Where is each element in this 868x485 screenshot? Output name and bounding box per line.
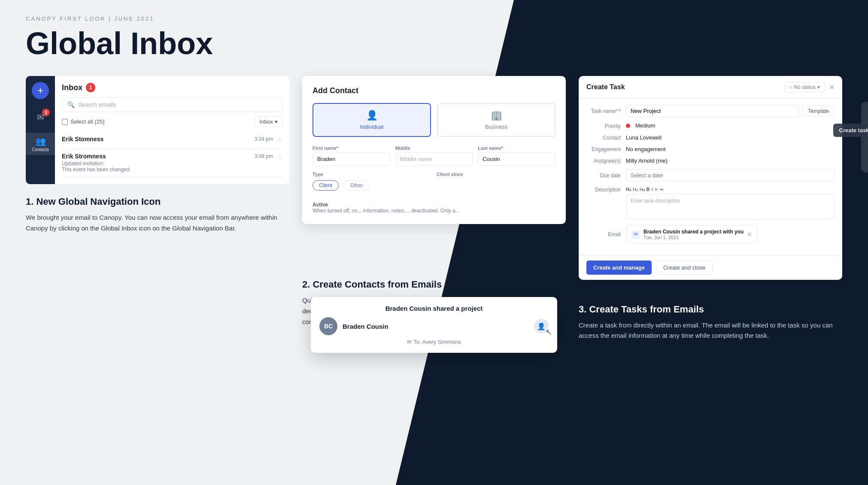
chevron-down-icon: ▾: [817, 84, 820, 90]
bold-btn[interactable]: B: [646, 187, 650, 192]
select-all-checkbox[interactable]: [62, 119, 68, 125]
type-label: Type: [313, 172, 431, 177]
desc-toolbar: H₁ H₂ H₃ B I ≡ ≔: [626, 187, 835, 192]
nav-contacts-item[interactable]: 👥 Contacts: [26, 133, 55, 155]
feature-2-heading: 2. Create Contacts from Emails: [302, 279, 566, 290]
create-and-close-button[interactable]: Create and close: [656, 261, 713, 275]
feature-3-desc: 3. Create Tasks from Emails Create a tas…: [579, 292, 842, 342]
inbox-toolbar: Select all (25) Inbox ▾: [62, 116, 282, 127]
inbox-mock: + 3 ✉ 👥 Contacts Inbox 1: [26, 76, 289, 184]
active-label: Active: [313, 202, 328, 208]
page-subtitle: CANOPY FIRST LOOK | JUNE 2021: [26, 15, 842, 22]
contact-row: Contact Luna Lovewell: [586, 134, 835, 141]
nav-inbox-item[interactable]: 3 ✉: [26, 106, 55, 128]
first-name-input[interactable]: Braden: [313, 152, 390, 166]
feature-3-text: Create a task from directly within an em…: [579, 320, 842, 342]
priority-label: Priority: [586, 123, 621, 129]
feature-3-col: Create Task ○ No status ▾ ✕ Task nam: [579, 76, 842, 341]
create-task-tooltip: Create task: [833, 124, 868, 137]
feature-1-text: We brought your email to Canopy. You can…: [26, 212, 289, 234]
assignees-value: Milly Arnold (me): [626, 158, 835, 164]
filter-label: Inbox: [259, 118, 273, 125]
name-form-row: First name* Braden Middle Middle name La…: [313, 146, 555, 166]
notif-avatar: BC: [319, 317, 337, 335]
client-since-field: Client since: [437, 172, 555, 196]
business-icon: 🏢: [491, 110, 502, 121]
list-btn[interactable]: ≡: [655, 187, 657, 192]
inbox-email-item-2[interactable]: Erik Stromness 3:09 pm Updated invitatio…: [62, 149, 282, 177]
status-label: No status: [794, 84, 816, 90]
envelope-small-icon: ✉: [407, 339, 412, 345]
inbox-panel: Inbox 1 🔍 Search emails Select all (25): [55, 76, 289, 184]
client-tag[interactable]: Client: [313, 180, 339, 191]
contact-type-business[interactable]: 🏢 Business: [437, 103, 555, 137]
email-2-time: 3:09 pm: [255, 153, 273, 159]
add-contact-icon: 👤: [537, 322, 546, 330]
middle-label: Middle: [395, 146, 473, 151]
contact-type-row: 👤 Individual 🏢 Business: [313, 103, 555, 137]
template-button[interactable]: Template: [802, 106, 835, 117]
description-textarea[interactable]: Enter task description: [626, 194, 835, 220]
middle-input[interactable]: Middle name: [395, 152, 473, 166]
add-contact-title: Add Contact: [313, 86, 555, 95]
last-name-label: Last name*: [478, 146, 555, 151]
inbox-email-item-1[interactable]: Erik Stomness 3:24 pm ☆: [62, 131, 282, 149]
email-2-name: Erik Stromness: [62, 153, 255, 160]
last-name-input[interactable]: Cousin: [478, 152, 555, 166]
middle-name-field: Middle Middle name: [395, 146, 473, 166]
ordered-list-btn[interactable]: ≔: [659, 187, 664, 192]
priority-text: Medium: [635, 122, 655, 129]
status-dropdown[interactable]: ○ No status ▾: [784, 82, 825, 92]
search-icon: 🔍: [67, 101, 75, 108]
task-footer: Create and manage Create and close: [579, 255, 842, 280]
floating-action-panel: ✓ Create task ↖ ☆ 🗑 ⋮: [861, 102, 868, 173]
nav-plus-button[interactable]: +: [32, 82, 49, 99]
email-1-star[interactable]: ☆: [276, 136, 282, 144]
description-row: Description H₁ H₂ H₃ B I ≡ ≔: [586, 187, 835, 220]
engagement-value: No engagement: [626, 146, 835, 152]
type-field: Type Client Other: [313, 172, 431, 191]
active-row: Active When turned off, co... informatio…: [313, 202, 555, 214]
task-name-input[interactable]: [626, 105, 799, 117]
engagement-label: Engagement: [586, 146, 621, 152]
h2-btn[interactable]: H₂: [633, 187, 638, 192]
close-button[interactable]: ✕: [829, 83, 835, 91]
type-client-since-row: Type Client Other Client since: [313, 172, 555, 196]
priority-value: Medium: [626, 122, 835, 129]
email-icon: ✉: [631, 230, 640, 239]
task-modal-controls: ○ No status ▾ ✕: [784, 82, 835, 92]
priority-dot: [626, 124, 630, 128]
more-action-icon[interactable]: ⋮: [866, 156, 868, 167]
cursor-icon: ↖: [546, 327, 552, 337]
notif-add-contact-btn[interactable]: 👤 ↖: [534, 319, 549, 333]
h1-btn[interactable]: H₁: [626, 187, 631, 192]
individual-label: Individual: [360, 124, 384, 130]
email-attach-text: Braden Cousin shared a project with you …: [643, 229, 744, 240]
email-1-time: 3:24 pm: [255, 136, 273, 142]
select-all-row[interactable]: Select all (25): [62, 118, 104, 125]
task-form: Task name* Template Priority Medium: [579, 99, 842, 255]
create-and-manage-button[interactable]: Create and manage: [586, 261, 652, 275]
select-all-label: Select all (25): [70, 118, 104, 125]
feature-1-col: + 3 ✉ 👥 Contacts Inbox 1: [26, 76, 289, 234]
h3-btn[interactable]: H₃: [640, 187, 645, 192]
other-tag[interactable]: Other: [344, 180, 370, 191]
contact-type-individual[interactable]: 👤 Individual: [313, 103, 431, 137]
inbox-search-bar[interactable]: 🔍 Search emails: [62, 97, 282, 112]
inbox-filter-dropdown[interactable]: Inbox ▾: [255, 116, 282, 127]
notif-person-name: Braden Cousin: [343, 323, 534, 330]
remove-email-button[interactable]: ✕: [747, 231, 752, 238]
task-modal-header: Create Task ○ No status ▾ ✕: [579, 76, 842, 99]
description-label: Description: [586, 187, 621, 193]
notif-title: Braden Cousin shared a project: [319, 305, 549, 312]
email-2-star[interactable]: ☆: [276, 153, 282, 161]
create-task-mock: Create Task ○ No status ▾ ✕ Task nam: [579, 76, 842, 280]
email-1-name: Erik Stomness: [62, 136, 255, 142]
italic-btn[interactable]: I: [652, 187, 653, 192]
contact-value: Luna Lovewell: [626, 134, 835, 141]
feature-1-desc: 1. New Global Navigation Icon We brought…: [26, 184, 289, 234]
priority-row: Priority Medium: [586, 122, 835, 129]
notif-body: BC Braden Cousin 👤 ↖: [319, 317, 549, 335]
due-date-input[interactable]: [626, 169, 835, 182]
email-attach-date: Tue, Jun 1, 2021: [643, 235, 744, 240]
